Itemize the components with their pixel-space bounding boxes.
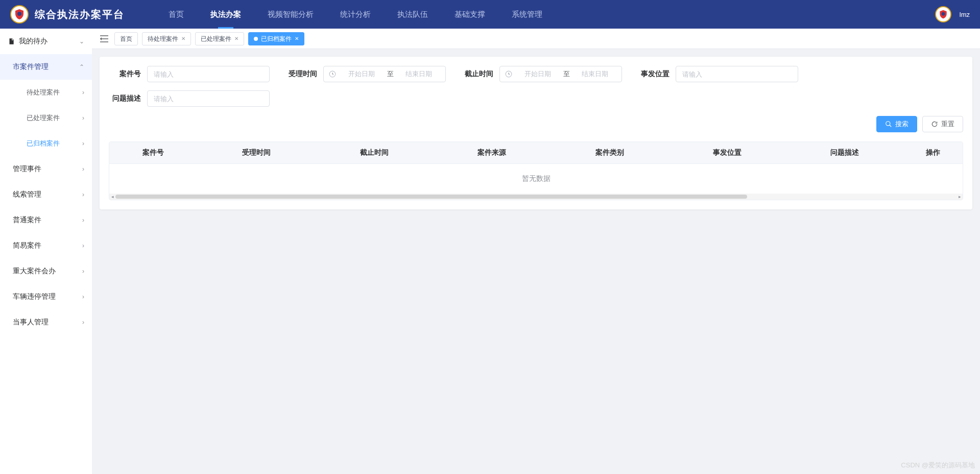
form-item-deadline: 截止时间 开始日期 至 结束日期 xyxy=(461,66,622,82)
table-header-row: 案件号 受理时间 截止时间 案件来源 案件类别 事发位置 问题描述 操作 xyxy=(109,142,963,164)
sidebar-label: 当事人管理 xyxy=(13,318,49,327)
sidebar-label: 普通案件 xyxy=(13,216,41,225)
col-type: 案件类别 xyxy=(551,142,668,164)
nav-system[interactable]: 系统管理 xyxy=(498,0,556,29)
tab-label: 待处理案件 xyxy=(148,33,178,45)
desc-input[interactable] xyxy=(147,90,270,107)
sidebar-label: 管理事件 xyxy=(13,164,41,174)
tab-label: 已归档案件 xyxy=(261,33,292,45)
svg-point-0 xyxy=(17,12,21,16)
deadline-range[interactable]: 开始日期 至 结束日期 xyxy=(499,66,622,82)
nav-enforcement[interactable]: 执法办案 xyxy=(197,0,254,29)
tab-home[interactable]: 首页 xyxy=(114,32,138,45)
date-end-placeholder: 结束日期 xyxy=(398,69,441,79)
avatar[interactable] xyxy=(935,6,951,22)
form-item-location: 事发位置 xyxy=(637,66,798,82)
sidebar-label: 重大案件会办 xyxy=(13,267,56,276)
nav-video-analysis[interactable]: 视频智能分析 xyxy=(254,0,327,29)
sidebar-item-pending[interactable]: 待处理案件 › xyxy=(0,80,92,105)
horizontal-scrollbar[interactable]: ◂ ▸ xyxy=(109,194,963,200)
form-item-case-no: 案件号 xyxy=(109,66,270,82)
chevron-right-icon: › xyxy=(82,140,84,147)
app-header: 综合执法办案平台 首页 执法办案 视频智能分析 统计分析 执法队伍 基础支撑 系… xyxy=(0,0,980,29)
search-button[interactable]: 搜索 xyxy=(876,116,917,132)
sidebar-item-major-case[interactable]: 重大案件会办 › xyxy=(0,258,92,284)
date-start-placeholder: 开始日期 xyxy=(516,69,559,79)
sidebar: 我的待办 ⌄ 市案件管理 ⌃ 待处理案件 › 已处理案件 › 已归档案件 › 管… xyxy=(0,29,92,474)
logo-area: 综合执法办案平台 xyxy=(10,5,125,23)
form-item-accept-time: 受理时间 开始日期 至 结束日期 xyxy=(285,66,446,82)
case-no-input[interactable] xyxy=(147,66,270,82)
sidebar-item-simple-case[interactable]: 简易案件 › xyxy=(0,233,92,258)
tab-label: 已处理案件 xyxy=(201,33,231,45)
tab-pending[interactable]: 待处理案件 ✕ xyxy=(142,32,191,45)
accept-time-label: 受理时间 xyxy=(285,69,323,79)
chevron-right-icon: › xyxy=(82,114,84,122)
col-deadline: 截止时间 xyxy=(315,142,433,164)
results-table: 案件号 受理时间 截止时间 案件来源 案件类别 事发位置 问题描述 操作 xyxy=(109,141,963,200)
col-case-no: 案件号 xyxy=(109,142,198,164)
scrollbar-thumb[interactable] xyxy=(115,195,747,199)
sidebar-item-lead[interactable]: 线索管理 › xyxy=(0,182,92,207)
empty-state: 暂无数据 xyxy=(109,164,963,194)
sidebar-item-city-case[interactable]: 市案件管理 ⌃ xyxy=(0,54,92,80)
close-icon[interactable]: ✕ xyxy=(181,33,185,45)
tab-processed[interactable]: 已处理案件 ✕ xyxy=(195,32,244,45)
location-input[interactable] xyxy=(676,66,798,82)
sidebar-label: 市案件管理 xyxy=(13,62,49,72)
user-name[interactable]: lmz xyxy=(960,11,970,18)
chevron-right-icon: › xyxy=(82,165,84,173)
app-title: 综合执法办案平台 xyxy=(35,8,125,21)
reset-button[interactable]: 重置 xyxy=(922,116,963,132)
nav-support[interactable]: 基础支撑 xyxy=(441,0,498,29)
form-item-desc: 问题描述 xyxy=(109,90,270,107)
tab-label: 首页 xyxy=(120,33,132,45)
chevron-right-icon: › xyxy=(82,242,84,249)
close-icon[interactable]: ✕ xyxy=(295,33,299,45)
chevron-up-icon: ⌃ xyxy=(79,63,84,70)
sidebar-item-manage-event[interactable]: 管理事件 › xyxy=(0,156,92,182)
close-icon[interactable]: ✕ xyxy=(234,33,238,45)
shield-icon xyxy=(938,9,948,19)
chevron-right-icon: › xyxy=(82,191,84,198)
chevron-right-icon: › xyxy=(82,293,84,300)
tab-archived[interactable]: 已归档案件 ✕ xyxy=(248,32,304,45)
desc-label: 问题描述 xyxy=(109,94,147,103)
chevron-right-icon: › xyxy=(82,268,84,275)
sidebar-item-parking[interactable]: 车辆违停管理 › xyxy=(0,284,92,310)
case-no-label: 案件号 xyxy=(109,69,147,79)
date-end-placeholder: 结束日期 xyxy=(574,69,617,79)
svg-point-4 xyxy=(886,122,890,126)
sidebar-item-archived[interactable]: 已归档案件 › xyxy=(0,131,92,156)
col-action: 操作 xyxy=(904,142,963,164)
menu-collapse-icon xyxy=(100,35,108,42)
sidebar-collapse-button[interactable] xyxy=(98,33,110,45)
nav-home[interactable]: 首页 xyxy=(155,0,197,29)
shield-icon xyxy=(13,8,26,20)
deadline-label: 截止时间 xyxy=(461,69,499,79)
sidebar-item-normal-case[interactable]: 普通案件 › xyxy=(0,207,92,233)
sidebar-label: 待处理案件 xyxy=(27,88,60,97)
nav-team[interactable]: 执法队伍 xyxy=(384,0,441,29)
sidebar-label: 已处理案件 xyxy=(27,113,60,123)
top-nav: 首页 执法办案 视频智能分析 统计分析 执法队伍 基础支撑 系统管理 xyxy=(155,0,556,29)
clock-icon xyxy=(329,70,336,78)
col-source: 案件来源 xyxy=(433,142,551,164)
sidebar-item-processed[interactable]: 已处理案件 › xyxy=(0,105,92,131)
search-icon xyxy=(885,121,892,128)
sidebar-label: 车辆违停管理 xyxy=(13,292,56,301)
scroll-left-icon[interactable]: ◂ xyxy=(109,194,115,200)
accept-time-range[interactable]: 开始日期 至 结束日期 xyxy=(323,66,446,82)
document-icon xyxy=(8,38,15,45)
form-actions: 搜索 重置 xyxy=(109,116,963,132)
sidebar-item-my-todo[interactable]: 我的待办 ⌄ xyxy=(0,29,92,54)
chevron-down-icon: ⌄ xyxy=(79,38,84,45)
refresh-icon xyxy=(931,121,938,128)
sidebar-label: 我的待办 xyxy=(19,37,47,46)
nav-statistics[interactable]: 统计分析 xyxy=(327,0,384,29)
content-area: 案件号 受理时间 开始日期 至 结束日期 截止时间 xyxy=(92,49,980,474)
watermark: CSDN @爱笑的源码基地 xyxy=(901,461,975,470)
sidebar-item-party[interactable]: 当事人管理 › xyxy=(0,310,92,335)
search-form: 案件号 受理时间 开始日期 至 结束日期 截止时间 xyxy=(109,66,963,107)
scroll-right-icon[interactable]: ▸ xyxy=(957,194,963,200)
